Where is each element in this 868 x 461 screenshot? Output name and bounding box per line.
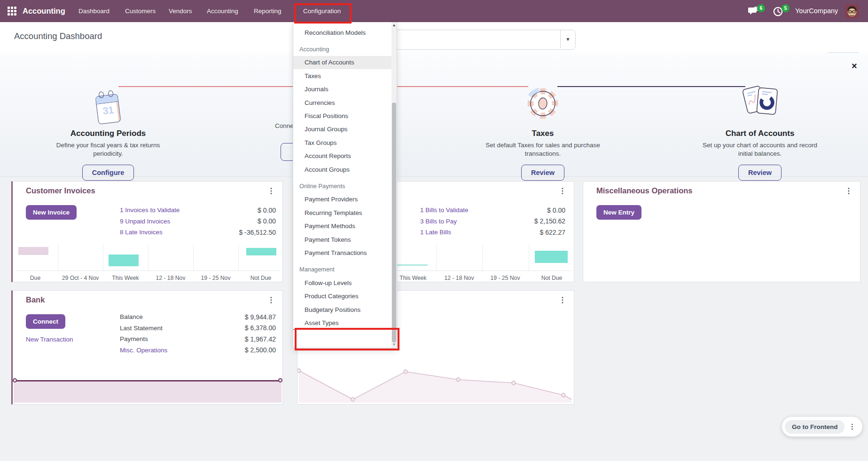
nav-item-dashboard[interactable]: Dashboard xyxy=(78,0,109,22)
scroll-down-icon[interactable]: ▼ xyxy=(391,342,397,347)
chart-gridline xyxy=(482,244,483,270)
menu-item-follow-up-levels[interactable]: Follow-up Levels xyxy=(293,276,392,289)
stat-row: 9 Unpaid Invoices $ 0.00 xyxy=(120,216,276,227)
chart-gridline xyxy=(238,244,239,270)
stat-amount: $ 0.00 xyxy=(258,217,276,225)
x-label: 19 - 25 Nov xyxy=(482,275,528,281)
apps-grid-icon[interactable] xyxy=(8,7,17,16)
bar-this-week xyxy=(109,254,139,266)
review-chart-of-accounts-button[interactable]: Review xyxy=(738,165,782,181)
menu-item-journals[interactable]: Journals xyxy=(293,83,392,96)
company-switcher[interactable]: YourCompany xyxy=(795,0,838,22)
stat-amount: $ 0.00 xyxy=(547,207,565,214)
stat-row: 3 Bills to Pay $ 2,150.62 xyxy=(420,216,565,227)
customer-invoices-card: Customer Invoices ⋮ New Invoice 1 Invoic… xyxy=(11,181,283,282)
vendor-bills-stats: 1 Bills to Validate $ 0.00 3 Bills to Pa… xyxy=(420,205,565,238)
menu-item-taxes[interactable]: Taxes xyxy=(293,69,392,82)
kebab-menu-icon[interactable]: ⋮ xyxy=(267,295,275,304)
onboarding-step-accounting-periods: 31 Accounting Periods Define your fiscal… xyxy=(33,72,183,181)
onboarding-banner: × 31 Accounting Periods Define your fisc… xyxy=(0,53,868,177)
new-transaction-link[interactable]: New Transaction xyxy=(26,336,73,343)
go-to-frontend-button[interactable]: Go to Frontend xyxy=(785,420,845,434)
chart-gridline xyxy=(103,244,103,270)
menu-item-payment-tokens[interactable]: Payment Tokens xyxy=(293,233,392,246)
stat-amount: $ 9,944.87 xyxy=(245,313,276,321)
menu-item-product-categories[interactable]: Product Categories xyxy=(293,289,392,302)
invoices-to-validate-link[interactable]: 1 Invoices to Validate xyxy=(120,207,180,214)
menu-item-tax-groups[interactable]: Tax Groups xyxy=(293,136,392,149)
menu-item-payment-providers[interactable]: Payment Providers xyxy=(293,193,392,206)
dropdown-scrollbar-thumb[interactable] xyxy=(392,103,396,342)
misc-operations-title[interactable]: Miscellaneous Operations xyxy=(596,186,692,195)
x-label: 29 Oct - 4 Nov xyxy=(58,275,103,281)
menu-item-recurring-templates[interactable]: Recurring Templates xyxy=(293,206,392,219)
menu-section-accounting: Accounting xyxy=(293,42,392,56)
nav-item-vendors[interactable]: Vendors xyxy=(169,0,192,22)
menu-item-reconciliation-models[interactable]: Reconciliation Models xyxy=(293,26,392,39)
menu-item-account-groups[interactable]: Account Groups xyxy=(293,163,392,176)
customer-invoices-title[interactable]: Customer Invoices xyxy=(26,186,95,195)
calendar-icon: 31 xyxy=(33,72,183,123)
new-invoice-button[interactable]: New Invoice xyxy=(26,205,77,220)
review-taxes-button[interactable]: Review xyxy=(521,165,564,181)
late-bills-link[interactable]: 1 Late Bills xyxy=(420,229,451,236)
nav-item-accounting[interactable]: Accounting xyxy=(207,0,238,22)
nav-item-reporting[interactable]: Reporting xyxy=(254,0,282,22)
stat-row: Balance $ 9,944.87 xyxy=(120,311,276,323)
nav-item-customers[interactable]: Customers xyxy=(125,0,156,22)
kebab-menu-icon[interactable]: ⋮ xyxy=(845,186,852,195)
late-invoices-link[interactable]: 8 Late Invoices xyxy=(120,229,163,236)
misc-operations-link[interactable]: Misc. Operations xyxy=(120,347,167,354)
stat-amount: $ 622.27 xyxy=(540,229,566,236)
bills-to-pay-link[interactable]: 3 Bills to Pay xyxy=(420,218,457,225)
menu-item-payment-transactions[interactable]: Payment Transactions xyxy=(293,246,392,259)
bar-this-week xyxy=(395,264,428,266)
bank-chart-marker xyxy=(278,378,282,382)
menu-item-currencies[interactable]: Currencies xyxy=(293,96,392,109)
unpaid-invoices-link[interactable]: 9 Unpaid Invoices xyxy=(120,218,170,225)
stat-row: 1 Invoices to Validate $ 0.00 xyxy=(120,205,276,216)
app-name[interactable]: Accounting xyxy=(23,0,65,22)
stat-amount: $ 2,500.00 xyxy=(245,346,276,354)
nav-item-configuration[interactable]: Configuration xyxy=(303,0,341,22)
x-label: Not Due xyxy=(529,275,575,281)
menu-item-journal-groups[interactable]: Journal Groups xyxy=(293,123,392,136)
user-avatar[interactable] xyxy=(845,4,859,18)
bank-chart-marker xyxy=(13,378,17,382)
kebab-menu-icon[interactable]: ⋮ xyxy=(845,419,860,434)
kebab-menu-icon[interactable]: ⋮ xyxy=(267,186,275,195)
stat-row: 8 Late Invoices $ -36,512.50 xyxy=(120,227,276,238)
kebab-menu-icon[interactable]: ⋮ xyxy=(559,186,566,195)
bank-title[interactable]: Bank xyxy=(26,295,45,304)
menu-item-account-reports[interactable]: Account Reports xyxy=(293,150,392,163)
stat-row: 1 Late Bills $ 622.27 xyxy=(420,227,565,238)
menu-item-fiscal-positions[interactable]: Fiscal Positions xyxy=(293,109,392,122)
menu-item-chart-of-accounts[interactable]: Chart of Accounts xyxy=(293,56,392,69)
dropdown-scrollbar[interactable]: ▲ ▼ xyxy=(391,22,397,348)
frontend-pill-container: Go to Frontend ⋮ xyxy=(782,417,862,437)
x-label: Due xyxy=(13,275,58,281)
step-title: Chart of Accounts xyxy=(685,129,835,138)
customer-invoices-stats: 1 Invoices to Validate $ 0.00 9 Unpaid I… xyxy=(120,205,276,238)
search-options-toggle[interactable]: ▼ xyxy=(560,30,575,48)
activities-badge: 5 xyxy=(782,4,790,12)
menu-item-budgetary-positions[interactable]: Budgetary Positions xyxy=(293,303,392,316)
chart-gridline xyxy=(436,244,437,270)
bar-due xyxy=(18,247,48,255)
menu-item-payment-methods[interactable]: Payment Methods xyxy=(293,219,392,232)
menu-item-asset-types[interactable]: Asset Types xyxy=(293,316,392,329)
close-icon[interactable]: × xyxy=(852,61,857,71)
stat-row: Misc. Operations $ 2,500.00 xyxy=(120,345,276,356)
bank-chart-area-fill xyxy=(14,381,282,403)
scroll-up-icon[interactable]: ▲ xyxy=(391,23,397,27)
x-label: This Week xyxy=(103,275,148,281)
caret-down-icon: ▼ xyxy=(566,37,571,42)
step-description: Set default Taxes for sales and purchase… xyxy=(484,141,602,158)
x-label: 12 - 18 Nov xyxy=(148,275,193,281)
step-title: Accounting Periods xyxy=(33,129,183,138)
connect-button[interactable]: Connect xyxy=(26,314,65,329)
page-title: Accounting Dashboard xyxy=(14,31,102,41)
new-entry-button[interactable]: New Entry xyxy=(596,205,641,220)
configure-button[interactable]: Configure xyxy=(82,165,134,181)
bills-to-validate-link[interactable]: 1 Bills to Validate xyxy=(420,207,469,214)
